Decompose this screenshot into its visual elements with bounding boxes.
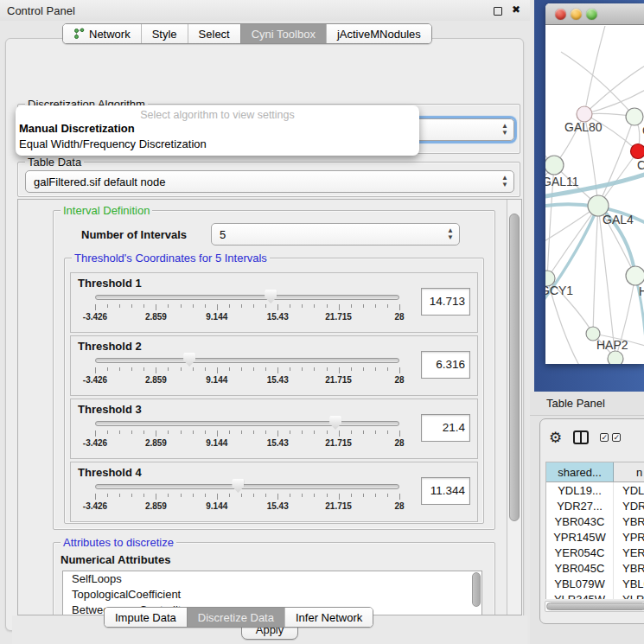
threshold-value-field-1[interactable]: 14.713 [421, 288, 470, 316]
cell-name[interactable]: YDL1 [614, 482, 644, 498]
cell-name[interactable]: YLR3 [614, 591, 644, 599]
close-light-icon[interactable] [555, 9, 566, 20]
slider-tick [277, 430, 278, 437]
zoom-light-icon[interactable] [586, 9, 597, 20]
slider-tick [351, 494, 352, 497]
slider-tick [217, 494, 218, 500]
slider-tick [399, 304, 400, 310]
minimize-light-icon[interactable] [571, 9, 582, 20]
column-header-name[interactable]: n [614, 462, 644, 481]
cell-name[interactable]: YBR0 [614, 513, 644, 529]
cell-shared-name[interactable]: YBR045C [546, 560, 614, 576]
table-row[interactable]: YBL079WYBL0 [546, 576, 644, 591]
column-header-shared-name[interactable]: shared... [546, 462, 614, 481]
attribute-item-selfloops[interactable]: SelfLoops [63, 571, 481, 587]
scrollbar-thumb[interactable] [509, 214, 520, 521]
slider-track[interactable] [95, 421, 399, 426]
checked-box-icon[interactable]: ✓ [612, 433, 621, 442]
list-scrollbar[interactable] [472, 572, 481, 607]
slider-tick [107, 430, 108, 434]
algorithm-option-equal-width-frequency-discretization[interactable]: Equal Width/Frequency Discretization [16, 137, 419, 152]
slider-thumb-threshold-3[interactable] [329, 416, 341, 430]
network-canvas[interactable]: GAL80GCGAL11GAL4GCY1HHAP2 [545, 26, 644, 364]
table-row[interactable]: YPR145WYPR1 [546, 529, 644, 545]
table-row[interactable]: YBR043CYBR0 [546, 513, 644, 529]
tab-discretize-data[interactable]: Discretize Data [187, 608, 284, 627]
tab-impute-data[interactable]: Impute Data [105, 608, 187, 627]
horizontal-scrollbar[interactable] [545, 601, 644, 612]
network-node[interactable] [626, 108, 643, 125]
slider-tick [327, 367, 328, 371]
slider-track[interactable] [95, 295, 399, 300]
tab-select[interactable]: Select [188, 24, 240, 43]
cell-shared-name[interactable]: YBR043C [546, 513, 614, 529]
slider-tick [314, 430, 315, 434]
network-node[interactable] [608, 351, 623, 364]
slider-tick-label: 9.144 [206, 438, 227, 448]
tab-style[interactable]: Style [141, 24, 188, 43]
cell-shared-name[interactable]: YDL19... [546, 482, 614, 498]
slider-thumb-threshold-4[interactable] [232, 479, 244, 493]
slider-tick-label: 21.715 [325, 375, 352, 385]
vertical-scrollbar[interactable] [507, 200, 521, 615]
slider-tick-label: 2.859 [145, 438, 167, 448]
checked-box-icon[interactable]: ✓ [600, 433, 609, 442]
settings-gear-icon[interactable]: ⚙ [549, 430, 562, 445]
table-row[interactable]: YDL19...YDL1 [546, 482, 644, 498]
float-window-icon[interactable] [494, 7, 502, 16]
close-icon[interactable]: ✖ [512, 3, 520, 16]
network-node[interactable] [631, 144, 644, 159]
network-node-h[interactable] [626, 266, 644, 285]
attribute-item-topologicalcoefficient[interactable]: TopologicalCoefficient [63, 587, 481, 603]
slider-tick [290, 367, 290, 371]
table-row[interactable]: YLR345WYLR3 [546, 591, 644, 599]
table-data-combo[interactable]: galFiltered.sif default node ▲▼ [25, 170, 514, 193]
scrollbar-thumb[interactable] [546, 603, 644, 610]
table-panel-header: Table Panel [530, 392, 644, 416]
table-row[interactable]: YBR045CYBR0 [546, 560, 644, 576]
algorithm-option-manual-discretization[interactable]: Manual Discretization [16, 121, 419, 137]
slider-tick [95, 494, 96, 500]
cell-shared-name[interactable]: YLR345W [546, 591, 614, 599]
cell-name[interactable]: YPR1 [614, 529, 644, 545]
table-panel-region: Table Panel ⚙ ✓ ✓ shared... n YDL19...YD… [530, 392, 644, 644]
slider-tick-label: 2.859 [145, 312, 167, 322]
slider-tick-label: 9.144 [206, 312, 227, 322]
cell-name[interactable]: YBL0 [614, 576, 644, 591]
network-window-titlebar[interactable] [545, 3, 644, 25]
cell-name[interactable]: YER0 [614, 545, 644, 560]
slider-thumb-threshold-1[interactable] [265, 290, 277, 303]
slider-tick [302, 367, 303, 371]
node-table: shared... n YDL19...YDL1YDR27...YDR2YBR0… [545, 462, 644, 599]
cell-shared-name[interactable]: YBL079W [546, 576, 614, 591]
table-row[interactable]: YDR27...YDR2 [546, 498, 644, 513]
slider-tick [217, 304, 218, 310]
slider-tick [327, 494, 328, 497]
threshold-value-field-4[interactable]: 11.344 [421, 477, 470, 505]
slider-tick [119, 304, 120, 308]
tab-network[interactable]: Network [63, 24, 141, 43]
slider-track[interactable] [95, 358, 399, 363]
cell-shared-name[interactable]: YDR27... [546, 498, 614, 513]
slider-tick [181, 304, 182, 308]
slider-tick [156, 494, 156, 500]
cell-name[interactable]: YBR0 [614, 560, 644, 576]
slider-tick-label: -3.426 [83, 501, 107, 511]
cell-shared-name[interactable]: YER054C [546, 545, 614, 560]
threshold-value-field-3[interactable]: 21.4 [421, 414, 470, 442]
tab-infer-network[interactable]: Infer Network [284, 608, 373, 627]
number-of-intervals-combo[interactable]: 5 ▲▼ [211, 223, 460, 245]
table-row[interactable]: YER054CYER0 [546, 545, 644, 560]
slider-tick [375, 494, 376, 497]
slider-tick [265, 430, 266, 434]
slider-thumb-threshold-2[interactable] [183, 353, 195, 367]
node-label-c: C [637, 158, 644, 172]
cell-name[interactable]: YDR2 [614, 498, 644, 513]
slider-track[interactable] [95, 484, 399, 489]
cell-shared-name[interactable]: YPR145W [546, 529, 614, 545]
tab-jactivemnodules[interactable]: jActiveMNodules [326, 24, 431, 43]
network-node-gal11[interactable] [545, 156, 564, 175]
column-layout-icon[interactable] [573, 430, 589, 444]
tab-cyni-toolbox[interactable]: Cyni Toolbox [240, 24, 326, 43]
threshold-value-field-2[interactable]: 6.316 [421, 351, 470, 379]
